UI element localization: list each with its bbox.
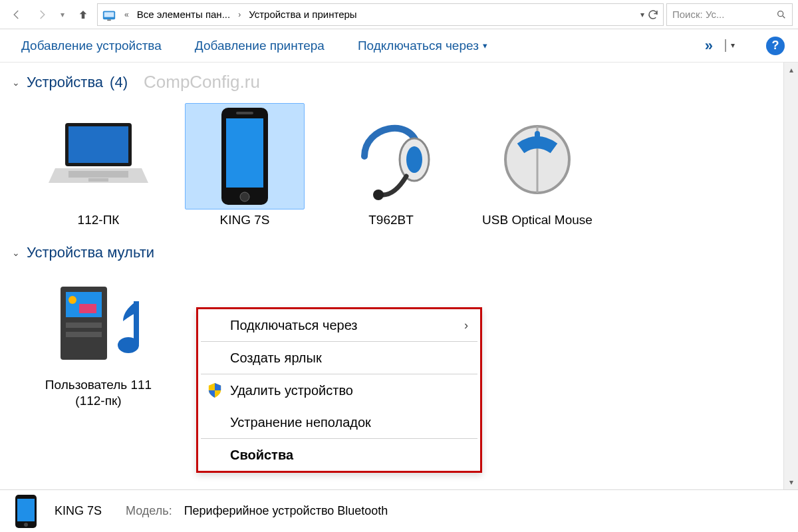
- ctx-properties[interactable]: Свойства: [198, 439, 480, 471]
- details-model-value: Периферийное устройство Bluetooth: [184, 504, 388, 518]
- breadcrumb-1[interactable]: Все элементы пан...: [137, 9, 230, 20]
- multimedia-group-header[interactable]: ⌄ Устройства мульти: [12, 244, 786, 261]
- toolbar-overflow-button[interactable]: »: [705, 37, 713, 55]
- watermark-text: CompConfig.ru: [144, 72, 260, 92]
- chevron-right-icon: ›: [234, 10, 245, 19]
- details-model-key: Модель:: [126, 504, 172, 518]
- submenu-arrow-icon: ›: [464, 319, 468, 332]
- uac-shield-icon: [207, 382, 222, 398]
- scroll-up-button[interactable]: ▴: [784, 63, 798, 77]
- vertical-scrollbar[interactable]: ▴ ▾: [783, 63, 798, 489]
- svg-rect-2: [107, 19, 111, 21]
- smartphone-icon: [215, 106, 275, 206]
- device-item-mouse[interactable]: USB Optical Mouse: [477, 103, 597, 228]
- devices-group-title: Устройства: [27, 74, 103, 91]
- ctx-remove-device[interactable]: Удалить устройство: [198, 374, 480, 406]
- laptop-icon: [49, 116, 148, 196]
- details-pane: KING 7S Модель: Периферийное устройство …: [0, 489, 798, 532]
- svg-rect-5: [68, 126, 128, 163]
- device-item-phone[interactable]: KING 7S: [185, 103, 305, 228]
- device-label: 112-ПК: [39, 212, 158, 228]
- add-printer-button[interactable]: Добавление принтера: [195, 39, 325, 53]
- mouse-icon: [494, 116, 581, 196]
- connect-via-label: Подключаться через: [358, 39, 479, 53]
- svg-point-19: [68, 296, 76, 304]
- scroll-down-button[interactable]: ▾: [784, 475, 798, 489]
- multimedia-group-title: Устройства мульти: [27, 244, 154, 261]
- ctx-item-label: Подключаться через: [230, 318, 358, 333]
- details-name: KING 7S: [55, 504, 102, 518]
- svg-point-10: [240, 192, 249, 201]
- back-button[interactable]: [5, 3, 28, 26]
- up-button[interactable]: [72, 3, 94, 26]
- svg-rect-6: [68, 171, 128, 178]
- svg-point-3: [778, 11, 783, 16]
- devices-list: 112-ПК KING 7S: [12, 96, 786, 241]
- svg-point-26: [24, 523, 28, 527]
- device-label: Пользователь 111 (112-пк): [39, 377, 158, 409]
- arrow-left-icon: [11, 9, 23, 21]
- search-placeholder: Поиск: Ус...: [672, 9, 772, 20]
- svg-point-23: [118, 337, 139, 353]
- ctx-item-label: Удалить устройство: [230, 383, 353, 398]
- search-input[interactable]: Поиск: Ус...: [666, 3, 793, 26]
- ctx-create-shortcut[interactable]: Создать ярлык: [198, 342, 480, 374]
- collapse-chevron-icon[interactable]: ⌄: [12, 77, 20, 88]
- ctx-item-label: Устранение неполадок: [230, 415, 371, 430]
- svg-rect-1: [104, 12, 114, 17]
- command-bar: Добавление устройства Добавление принтер…: [0, 29, 798, 63]
- history-chevron-icon[interactable]: «: [120, 10, 133, 19]
- arrow-up-icon: [77, 9, 89, 21]
- control-panel-icon: [102, 7, 116, 22]
- search-icon: [776, 9, 787, 20]
- context-menu: Подключаться через › Создать ярлык Удали…: [196, 307, 482, 473]
- collapse-chevron-icon[interactable]: ⌄: [12, 247, 20, 258]
- device-item-headset[interactable]: T962BT: [331, 103, 451, 228]
- device-item-laptop[interactable]: 112-ПК: [39, 103, 158, 228]
- svg-rect-25: [17, 499, 35, 521]
- add-device-button[interactable]: Добавление устройства: [21, 39, 162, 53]
- view-options-button[interactable]: [725, 39, 726, 52]
- device-label: KING 7S: [185, 212, 305, 228]
- connect-via-button[interactable]: Подключаться через ▾: [358, 39, 487, 53]
- ctx-item-label: Создать ярлык: [230, 350, 322, 366]
- address-dropdown[interactable]: ▾: [640, 10, 644, 19]
- breadcrumb-2[interactable]: Устройства и принтеры: [249, 9, 356, 20]
- svg-rect-16: [535, 131, 540, 147]
- forward-button[interactable]: [31, 3, 53, 26]
- chevron-down-icon: ▾: [483, 41, 487, 51]
- svg-rect-9: [226, 118, 263, 188]
- svg-rect-21: [66, 323, 102, 328]
- svg-rect-22: [66, 332, 102, 337]
- svg-rect-20: [79, 304, 96, 313]
- svg-point-13: [406, 146, 422, 173]
- refresh-icon[interactable]: [647, 9, 659, 21]
- media-server-icon: [49, 275, 148, 368]
- svg-point-14: [373, 190, 384, 200]
- recent-dropdown[interactable]: ▾: [56, 3, 69, 26]
- devices-group-header[interactable]: ⌄ Устройства (4) CompConfig.ru: [12, 72, 786, 92]
- ctx-connect-via[interactable]: Подключаться через ›: [198, 309, 480, 341]
- ctx-troubleshoot[interactable]: Устранение неполадок: [198, 406, 480, 438]
- address-bar: ▾ « Все элементы пан... › Устройства и п…: [0, 0, 798, 29]
- bluetooth-headset-icon: [348, 110, 434, 203]
- svg-rect-11: [236, 112, 253, 114]
- ctx-item-label: Свойства: [230, 448, 293, 463]
- address-field[interactable]: « Все элементы пан... › Устройства и при…: [97, 3, 664, 26]
- device-label: USB Optical Mouse: [477, 212, 597, 228]
- svg-rect-7: [88, 178, 108, 182]
- content-area: ⌄ Устройства (4) CompConfig.ru 112-ПК: [0, 63, 798, 489]
- arrow-right-icon: [36, 9, 48, 21]
- device-item-media-pc[interactable]: Пользователь 111 (112-пк): [39, 268, 158, 409]
- details-device-icon: [9, 495, 43, 528]
- help-button[interactable]: ?: [766, 37, 785, 55]
- device-label: T962BT: [331, 212, 451, 228]
- devices-group-count: (4): [110, 74, 128, 91]
